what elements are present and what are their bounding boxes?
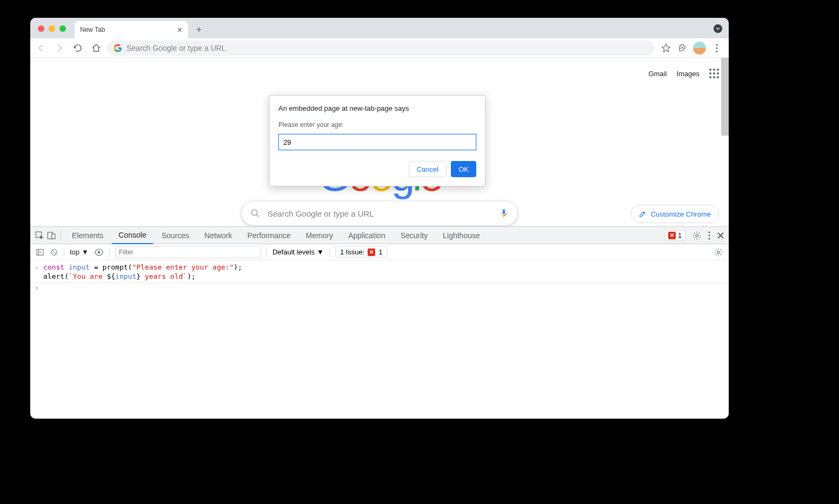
gmail-link[interactable]: Gmail bbox=[648, 70, 667, 78]
search-icon bbox=[250, 209, 260, 218]
home-button[interactable] bbox=[89, 41, 104, 56]
svg-point-10 bbox=[708, 238, 710, 239]
chevron-down-icon: ▼ bbox=[82, 248, 89, 256]
svg-point-8 bbox=[708, 231, 710, 233]
svg-point-13 bbox=[98, 251, 101, 253]
bookmark-star-icon[interactable] bbox=[661, 43, 671, 53]
devtools-tab-lighthouse[interactable]: Lighthouse bbox=[436, 227, 487, 244]
svg-rect-11 bbox=[37, 249, 43, 255]
devtools-tab-console[interactable]: Console bbox=[112, 227, 152, 244]
profile-avatar[interactable] bbox=[693, 42, 706, 55]
devtools-tab-memory[interactable]: Memory bbox=[299, 227, 340, 244]
maximize-window-button[interactable] bbox=[59, 25, 66, 32]
error-icon: ✕ bbox=[368, 248, 375, 256]
devtools-tab-sources[interactable]: Sources bbox=[155, 227, 196, 244]
console-filter-input[interactable] bbox=[115, 246, 261, 258]
images-link[interactable]: Images bbox=[676, 70, 700, 78]
console-levels-selector[interactable]: Default levels ▼ bbox=[272, 248, 324, 256]
console-prompt[interactable]: › bbox=[30, 283, 729, 292]
svg-point-3 bbox=[251, 210, 257, 216]
customize-chrome-button[interactable]: Customize Chrome bbox=[631, 205, 719, 223]
chrome-menu-icon[interactable] bbox=[711, 43, 722, 53]
dialog-title: An embedded page at new-tab-page says bbox=[278, 104, 476, 112]
extensions-icon[interactable] bbox=[677, 43, 688, 53]
close-window-button[interactable] bbox=[38, 25, 44, 32]
devtools-tab-application[interactable]: Application bbox=[342, 227, 392, 244]
devtools-panel: Elements Console Sources Network Perform… bbox=[30, 226, 729, 419]
voice-search-icon[interactable] bbox=[499, 209, 509, 218]
new-tab-button[interactable]: + bbox=[191, 22, 207, 37]
devtools-tab-network[interactable]: Network bbox=[198, 227, 238, 244]
toolbar-actions bbox=[657, 42, 725, 55]
tab-strip: New Tab ✕ + bbox=[30, 18, 729, 38]
console-sidebar-toggle-icon[interactable] bbox=[36, 248, 44, 257]
svg-rect-6 bbox=[52, 234, 55, 239]
ntp-search-input[interactable] bbox=[268, 209, 491, 218]
ok-button[interactable]: OK bbox=[451, 161, 476, 177]
customize-label: Customize Chrome bbox=[651, 210, 711, 218]
svg-point-1 bbox=[716, 47, 717, 49]
dialog-message: Please enter your age: bbox=[278, 121, 476, 129]
cancel-button[interactable]: Cancel bbox=[409, 161, 447, 177]
console-settings-icon[interactable] bbox=[714, 247, 723, 257]
js-prompt-dialog: An embedded page at new-tab-page says Pl… bbox=[269, 95, 485, 186]
live-expression-icon[interactable] bbox=[94, 247, 104, 257]
browser-window: New Tab ✕ + Search Google or type a URL bbox=[30, 18, 729, 419]
svg-point-9 bbox=[708, 234, 710, 236]
omnibox-placeholder: Search Google or type a URL bbox=[126, 44, 226, 52]
devtools-tabbar: Elements Console Sources Network Perform… bbox=[30, 227, 729, 244]
ntp-topbar: Gmail Images bbox=[648, 69, 719, 78]
page-content: Gmail Images Google Customize Chrome An … bbox=[30, 58, 729, 226]
window-controls bbox=[38, 25, 66, 32]
minimize-window-button[interactable] bbox=[49, 25, 55, 32]
google-icon bbox=[114, 44, 122, 52]
svg-point-14 bbox=[717, 251, 720, 253]
google-apps-icon[interactable] bbox=[709, 69, 719, 78]
inspect-element-icon[interactable] bbox=[35, 231, 44, 240]
forward-button[interactable] bbox=[52, 41, 67, 56]
console-issues-pill[interactable]: 1 Issue: ✕ 1 bbox=[335, 246, 388, 258]
devtools-tab-elements[interactable]: Elements bbox=[65, 227, 110, 244]
tab-search-button[interactable] bbox=[714, 24, 722, 33]
device-toolbar-icon[interactable] bbox=[46, 231, 56, 240]
devtools-close-icon[interactable] bbox=[717, 232, 724, 239]
close-tab-icon[interactable]: ✕ bbox=[177, 26, 183, 34]
svg-point-7 bbox=[696, 234, 698, 237]
svg-point-2 bbox=[716, 50, 717, 52]
console-line: alert(`You are ${input} years old`); bbox=[30, 272, 729, 283]
devtools-menu-icon[interactable] bbox=[708, 231, 710, 240]
devtools-error-badge[interactable]: ✕ 1 bbox=[664, 230, 685, 241]
console-output[interactable]: › const input = prompt("Please enter you… bbox=[30, 260, 729, 419]
address-bar[interactable]: Search Google or type a URL bbox=[107, 41, 654, 56]
page-scrollbar[interactable] bbox=[721, 58, 729, 136]
chevron-down-icon: ▼ bbox=[317, 248, 324, 256]
ntp-search-box[interactable] bbox=[242, 201, 517, 225]
svg-point-0 bbox=[716, 44, 717, 45]
browser-toolbar: Search Google or type a URL bbox=[30, 38, 729, 58]
console-context-selector[interactable]: top ▼ bbox=[70, 248, 89, 256]
reload-button[interactable] bbox=[70, 41, 85, 56]
devtools-tab-performance[interactable]: Performance bbox=[241, 227, 297, 244]
clear-console-icon[interactable] bbox=[50, 248, 58, 257]
console-line: › const input = prompt("Please enter you… bbox=[30, 263, 729, 272]
devtools-settings-icon[interactable] bbox=[692, 231, 702, 240]
back-button[interactable] bbox=[34, 41, 49, 56]
console-toolbar: top ▼ Default levels ▼ 1 Issue: ✕ 1 bbox=[30, 244, 729, 260]
devtools-tab-security[interactable]: Security bbox=[394, 227, 435, 244]
dialog-input[interactable] bbox=[278, 134, 476, 150]
tab-title: New Tab bbox=[80, 26, 105, 33]
error-icon: ✕ bbox=[668, 232, 676, 239]
error-count: 1 bbox=[678, 232, 682, 239]
browser-tab[interactable]: New Tab ✕ bbox=[75, 21, 188, 38]
